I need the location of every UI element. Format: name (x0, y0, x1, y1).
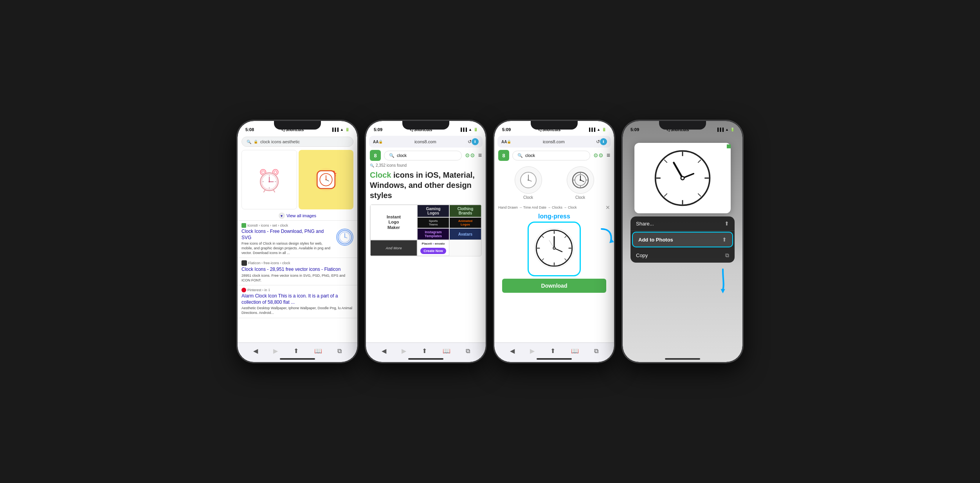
browser-aa-2[interactable]: AA (373, 140, 378, 144)
time-4: 5:09 (631, 127, 639, 132)
home-bar-2 (408, 358, 443, 360)
svg-point-1 (262, 171, 265, 173)
battery-icon-2: 🔋 (474, 128, 478, 132)
search-text-2[interactable]: clock (397, 153, 407, 158)
selected-clock-box[interactable] (528, 222, 581, 276)
signal-icon-3: ▐▐▐ (588, 128, 595, 132)
results-count-2: 🔍 2,352 icons found (366, 162, 486, 168)
result-2-title[interactable]: Clock Icons - 28,951 free vector icons -… (241, 267, 353, 273)
ad-clothing-brands[interactable]: ClothingBrands (449, 205, 481, 217)
forward-nav-icon-2[interactable]: ▶ (402, 347, 406, 355)
ad-grid-2: InstantLogoMaker GamingLogos ClothingBra… (370, 205, 481, 256)
image-result-1[interactable] (241, 150, 297, 209)
google-search-bar[interactable]: 🔍 🔒 clock icons aesthetic (241, 137, 353, 147)
result-1-text: Clock Icons - Free Download, PNG and SVG… (241, 229, 333, 255)
menu-icon-3[interactable]: ≡ (607, 152, 610, 159)
long-press-text: long-press (538, 213, 570, 220)
ad-avatars[interactable]: Avatars (449, 228, 481, 240)
download-button[interactable]: Download (502, 279, 606, 293)
icons8-logo-3[interactable]: 8 (498, 150, 509, 161)
status-icons-4: ▐▐▐ ▲ 🔋 (716, 128, 735, 132)
reload-icon-2[interactable]: ↺ (468, 139, 472, 144)
clock-label-2: Clock (575, 195, 585, 200)
close-icon[interactable]: ✕ (605, 204, 610, 211)
icons8-logo-2[interactable]: 8 (370, 150, 381, 161)
svg-point-28 (344, 237, 346, 238)
clock-item-2[interactable]: Clock (567, 166, 594, 200)
book-nav-icon[interactable]: 📖 (314, 347, 322, 355)
ad-placeit[interactable]: Placeit • envato Create Now (417, 240, 449, 256)
context-share[interactable]: Share... ⬆ (631, 216, 735, 231)
main-title-2: Clock icons in iOS, Material, Windows, a… (366, 168, 486, 203)
square-clock-svg (312, 166, 340, 193)
tabs-nav-icon[interactable]: ⧉ (337, 348, 342, 355)
forward-nav-icon[interactable]: ▶ (273, 347, 278, 355)
ad-banner-2[interactable]: InstantLogoMaker GamingLogos ClothingBra… (370, 204, 482, 256)
ad-more[interactable]: And More (370, 240, 417, 256)
signal-icon-4: ▐▐▐ (716, 128, 724, 132)
info-icon: ℹ (268, 288, 270, 292)
context-menu: Share... ⬆ Add to Photos ⬆ Copy ⧉ (631, 216, 735, 263)
selected-clock-svg (533, 227, 576, 270)
clock-item-1[interactable]: Clock (515, 166, 542, 200)
browser-url-2[interactable]: icons8.com (383, 139, 468, 144)
google-lock-icon: 🔒 (254, 140, 258, 144)
context-copy[interactable]: Copy ⧉ (631, 248, 735, 263)
icons8-header-3: 8 🔍 clock ⚙⚙ ≡ (494, 148, 614, 162)
browser-bar-2[interactable]: AA 🔒 icons8.com ↺ ⬇ (369, 136, 483, 148)
filter-icon-2[interactable]: ⚙⚙ (465, 152, 475, 159)
ad-sports-teams[interactable]: SportsTeams (417, 217, 449, 228)
share-clock-svg (653, 149, 712, 207)
ad-instagram[interactable]: InstagramTemplates (417, 228, 449, 240)
long-press-label: long-press (494, 211, 614, 222)
phone-screen-3: 5:09 ◁ Shortcuts ▐▐▐ ▲ 🔋 AA 🔒 icons8.com… (494, 121, 614, 362)
download-circle-btn-3[interactable]: ⬇ (600, 138, 607, 145)
browser-aa-3[interactable]: AA (501, 140, 507, 144)
tabs-nav-icon-3[interactable]: ⧉ (594, 348, 598, 355)
browser-url-3[interactable]: icons8.com (511, 139, 596, 144)
share-nav-icon-2[interactable]: ⬆ (422, 347, 427, 355)
download-circle-btn-2[interactable]: ⬇ (472, 138, 479, 145)
copy-label: Copy (636, 252, 648, 258)
phone-notch-1 (274, 121, 321, 130)
search-text-3[interactable]: clock (525, 153, 535, 158)
context-add-photos[interactable]: Add to Photos ⬆ (632, 232, 733, 247)
phone-4: 5:09 ◁ Shortcuts ▐▐▐ ▲ 🔋 (622, 120, 743, 363)
svg-point-12 (268, 181, 270, 183)
battery-icon-1: 🔋 (345, 128, 349, 132)
svg-point-23 (325, 179, 327, 180)
phone-notch-3 (531, 121, 578, 130)
result-3-title[interactable]: Alarm Clock Icon This is a icon. It is a… (241, 293, 353, 305)
down-arrow-svg (715, 267, 731, 294)
reload-icon-3[interactable]: ↺ (596, 139, 600, 144)
forward-nav-icon-3[interactable]: ▶ (530, 347, 535, 355)
share-nav-icon[interactable]: ⬆ (294, 347, 299, 355)
result-3-source: Pinterest › in ℹ (241, 288, 353, 292)
back-nav-icon[interactable]: ◀ (253, 347, 258, 355)
arrow-svg (598, 225, 614, 245)
icons8-search-box-2[interactable]: 🔍 clock (384, 151, 462, 160)
view-all-label: View all images (286, 213, 316, 218)
wifi-icon-4: ▲ (725, 128, 729, 132)
result-1-source: Icons8 › icons › set › clock (241, 223, 353, 228)
ad-animated-logos[interactable]: AnimatedLogos (449, 217, 481, 228)
back-nav-icon-2[interactable]: ◀ (382, 347, 386, 355)
book-nav-icon-2[interactable]: 📖 (443, 347, 450, 355)
image-result-2[interactable] (299, 150, 353, 209)
menu-icon-2[interactable]: ≡ (478, 152, 482, 159)
result-1-title[interactable]: Clock Icons - Free Download, PNG and SVG (241, 229, 333, 241)
add-photos-icon: ⬆ (722, 236, 727, 243)
create-now-btn[interactable]: Create Now (420, 248, 446, 254)
view-all-images[interactable]: ▾ View all images (238, 211, 357, 221)
share-nav-icon-3[interactable]: ⬆ (550, 347, 555, 355)
icons8-search-box-3[interactable]: 🔍 clock (512, 151, 590, 160)
ad-gaming-logos[interactable]: GamingLogos (417, 205, 449, 217)
browser-bar-3[interactable]: AA 🔒 icons8.com ↺ ⬇ (497, 136, 611, 148)
ad-instant-logo[interactable]: InstantLogoMaker (370, 205, 417, 240)
book-nav-icon-3[interactable]: 📖 (571, 347, 579, 355)
tabs-nav-icon-2[interactable]: ⧉ (466, 348, 470, 355)
back-nav-icon-3[interactable]: ◀ (510, 347, 515, 355)
battery-icon-3: 🔋 (602, 128, 606, 132)
filter-icon-3[interactable]: ⚙⚙ (593, 152, 603, 159)
result-3-source-text: Pinterest › in (247, 288, 267, 292)
